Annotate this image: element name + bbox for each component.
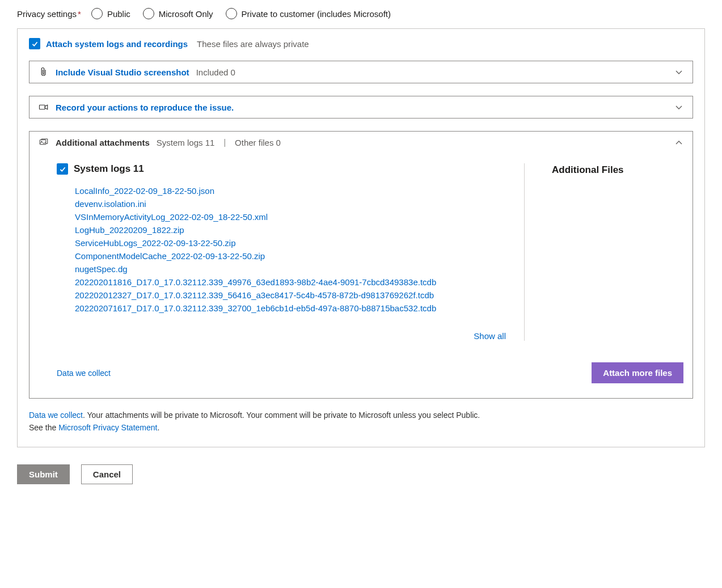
radio-icon: [91, 8, 103, 19]
screenshot-panel-title: Include Visual Studio screenshot: [56, 67, 189, 77]
radio-label: Microsoft Only: [159, 9, 213, 19]
additional-files-column: Additional Files: [525, 163, 683, 341]
system-logs-file-list: LocalInfo_2022-02-09_18-22-50.jsondevenv…: [57, 186, 510, 313]
system-logs-column: System logs 11 LocalInfo_2022-02-09_18-2…: [39, 163, 525, 341]
record-panel-header[interactable]: Record your actions to reproduce the iss…: [29, 96, 693, 118]
system-log-file-link[interactable]: ComponentModelCache_2022-02-09-13-22-50.…: [75, 251, 510, 261]
system-logs-checkbox[interactable]: [57, 163, 68, 175]
show-all-row: Show all: [57, 331, 510, 341]
privacy-option-public[interactable]: Public: [91, 8, 130, 19]
legal-data-we-collect-link[interactable]: Data we collect: [29, 411, 83, 420]
system-log-file-link[interactable]: ServiceHubLogs_2022-02-09-13-22-50.zip: [75, 238, 510, 248]
system-log-file-link[interactable]: 202202012327_D17.0_17.0.32112.339_56416_…: [75, 290, 510, 300]
additional-files-heading: Additional Files: [552, 164, 683, 176]
required-asterisk: *: [78, 9, 81, 19]
check-icon: [59, 166, 66, 173]
cancel-button[interactable]: Cancel: [81, 464, 133, 484]
additional-attachments-panel: Additional attachments System logs 11 | …: [29, 131, 693, 399]
chevron-down-icon: [674, 103, 683, 112]
additional-attachments-header[interactable]: Additional attachments System logs 11 | …: [29, 132, 693, 153]
radio-icon: [226, 8, 237, 19]
additional-attachments-body: System logs 11 LocalInfo_2022-02-09_18-2…: [29, 153, 693, 398]
additional-panel-meta1: System logs 11: [157, 138, 215, 147]
system-logs-heading: System logs 11: [74, 163, 144, 175]
privacy-settings-row: Privacy settings* Public Microsoft Only …: [17, 8, 705, 19]
radio-label: Public: [107, 9, 130, 19]
privacy-option-microsoft-only[interactable]: Microsoft Only: [143, 8, 213, 19]
chevron-down-icon: [674, 67, 683, 77]
video-camera-icon: [39, 102, 49, 112]
record-panel-title: Record your actions to reproduce the iss…: [56, 103, 234, 112]
screenshot-panel-meta: Included 0: [196, 67, 235, 77]
svg-rect-1: [40, 140, 46, 145]
attach-system-logs-checkbox[interactable]: [29, 38, 40, 49]
submit-button[interactable]: Submit: [17, 464, 70, 484]
action-buttons-row: Submit Cancel: [17, 464, 705, 484]
system-log-file-link[interactable]: LocalInfo_2022-02-09_18-22-50.json: [75, 186, 510, 196]
system-log-file-link[interactable]: devenv.isolation.ini: [75, 199, 510, 209]
radio-label: Private to customer (includes Microsoft): [242, 9, 391, 19]
screenshot-panel-header[interactable]: Include Visual Studio screenshot Include…: [29, 61, 693, 83]
system-log-file-link[interactable]: VSInMemoryActivityLog_2022-02-09_18-22-5…: [75, 212, 510, 222]
system-logs-heading-row: System logs 11: [57, 163, 510, 175]
attach-more-files-button[interactable]: Attach more files: [592, 362, 683, 383]
images-icon: [39, 137, 49, 147]
system-log-file-link[interactable]: 202202011816_D17.0_17.0.32112.339_49976_…: [75, 277, 510, 287]
radio-icon: [143, 8, 154, 19]
additional-panel-title: Additional attachments: [56, 138, 150, 147]
privacy-radio-group: Public Microsoft Only Private to custome…: [91, 8, 391, 19]
system-log-file-link[interactable]: nugetSpec.dg: [75, 264, 510, 274]
privacy-option-private-to-customer[interactable]: Private to customer (includes Microsoft): [226, 8, 391, 19]
paperclip-icon: [39, 67, 49, 77]
privacy-label-text: Privacy settings: [17, 9, 77, 19]
privacy-label: Privacy settings*: [17, 9, 81, 19]
data-we-collect-link[interactable]: Data we collect: [39, 369, 111, 378]
attach-system-logs-label[interactable]: Attach system logs and recordings: [46, 39, 188, 49]
record-panel: Record your actions to reproduce the iss…: [29, 96, 693, 119]
legal-text: Data we collect. Your attachments will b…: [29, 409, 693, 434]
microsoft-privacy-statement-link[interactable]: Microsoft Privacy Statement: [58, 423, 157, 432]
additional-panel-meta2: Other files 0: [235, 138, 281, 147]
check-icon: [31, 40, 39, 48]
show-all-link[interactable]: Show all: [474, 331, 506, 341]
meta-separator: |: [223, 138, 226, 147]
screenshot-panel: Include Visual Studio screenshot Include…: [29, 61, 693, 83]
chevron-up-icon: [674, 138, 683, 147]
attach-system-logs-row: Attach system logs and recordings These …: [29, 38, 693, 49]
legal-text-1: . Your attachments will be private to Mi…: [83, 411, 480, 420]
attach-system-logs-hint: These files are always private: [197, 39, 309, 49]
system-log-file-link[interactable]: 202202071617_D17.0_17.0.32112.339_32700_…: [75, 303, 510, 313]
legal-text-2: See the: [29, 423, 58, 432]
svg-rect-0: [40, 105, 45, 109]
system-log-file-link[interactable]: LogHub_20220209_1822.zip: [75, 225, 510, 235]
attachments-footer: Data we collect Attach more files: [39, 362, 683, 383]
legal-text-3: .: [157, 423, 159, 432]
attachments-card: Attach system logs and recordings These …: [17, 28, 705, 447]
